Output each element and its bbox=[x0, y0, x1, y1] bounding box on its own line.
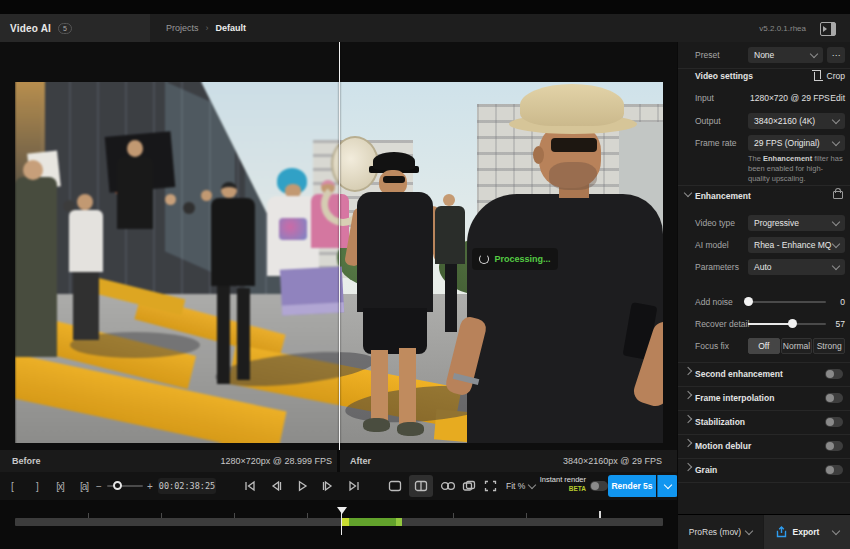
preset-more-button[interactable]: ⋯ bbox=[827, 47, 845, 63]
window-top-strip bbox=[0, 0, 850, 14]
trim-reset-button[interactable]: [x] bbox=[50, 472, 70, 500]
edit-input-button[interactable]: Edit bbox=[830, 89, 845, 107]
panel-toggle-icon[interactable] bbox=[820, 22, 836, 36]
frame-rate-row: Frame rate 29 FPS (Original) bbox=[678, 134, 850, 152]
after-label: After bbox=[350, 450, 371, 472]
video-settings-header: Video settings Crop bbox=[678, 67, 850, 85]
video-type-dropdown[interactable]: Progressive bbox=[748, 215, 845, 231]
preset-row: Preset None ⋯ bbox=[678, 46, 850, 64]
zoom-slider-knob[interactable] bbox=[113, 481, 122, 490]
preset-dropdown[interactable]: None bbox=[748, 47, 823, 63]
recover-detail-value: 57 bbox=[836, 315, 845, 333]
side-by-side-view-icon[interactable] bbox=[440, 480, 456, 492]
ai-model-dropdown[interactable]: Rhea - Enhance MQ bbox=[748, 237, 845, 253]
zoom-out-button[interactable]: − bbox=[93, 472, 105, 500]
export-bar: ProRes (mov) Export bbox=[678, 514, 850, 549]
video-viewer: Processing... bbox=[0, 42, 677, 450]
chevron-down-icon bbox=[832, 526, 840, 534]
section-grain[interactable]: Grain bbox=[678, 461, 850, 479]
chevron-down-icon bbox=[528, 480, 536, 488]
skip-end-icon[interactable] bbox=[347, 479, 361, 493]
chevron-right-icon bbox=[684, 415, 692, 423]
instant-render-toggle[interactable] bbox=[590, 481, 608, 491]
render-button[interactable]: Render 5s bbox=[608, 475, 656, 497]
add-noise-knob[interactable] bbox=[744, 297, 753, 306]
focus-fix-row: Focus fix Off Normal Strong bbox=[678, 337, 850, 355]
compare-view-icon[interactable] bbox=[462, 480, 476, 492]
export-button[interactable]: Export bbox=[764, 515, 850, 549]
section-stabilization[interactable]: Stabilization bbox=[678, 413, 850, 431]
fit-zoom-dropdown[interactable]: Fit % bbox=[506, 472, 535, 500]
chevron-down-icon bbox=[810, 50, 818, 58]
breadcrumb-current: Default bbox=[216, 23, 247, 33]
focus-fix-strong[interactable]: Strong bbox=[813, 338, 845, 354]
grain-toggle[interactable] bbox=[825, 465, 843, 475]
section-second-enhancement[interactable]: Second enhancement bbox=[678, 365, 850, 383]
frame-interpolation-toggle[interactable] bbox=[825, 393, 843, 403]
add-noise-value: 0 bbox=[840, 293, 845, 311]
chevron-down-icon bbox=[745, 526, 753, 534]
playhead-handle[interactable] bbox=[337, 507, 347, 514]
chevron-down-icon bbox=[664, 480, 672, 488]
chevron-down-icon bbox=[832, 218, 840, 226]
stabilization-toggle[interactable] bbox=[825, 417, 843, 427]
breadcrumb-projects[interactable]: Projects bbox=[166, 23, 199, 33]
loop-button[interactable]: [a] bbox=[74, 472, 94, 500]
output-dropdown[interactable]: 3840×2160 (4K) bbox=[748, 113, 845, 129]
breadcrumb-separator-icon: › bbox=[206, 23, 209, 33]
beta-badge: BETA bbox=[538, 485, 586, 493]
section-frame-interpolation[interactable]: Frame interpolation bbox=[678, 389, 850, 407]
split-view-icon bbox=[414, 480, 428, 492]
step-back-icon[interactable] bbox=[269, 479, 283, 493]
resolution-bar: Before 1280×720px @ 28.999 FPS After 384… bbox=[0, 450, 677, 472]
trim-in-button[interactable]: [ bbox=[4, 472, 20, 500]
timeline-rendered-segment bbox=[342, 518, 402, 526]
before-after-divider[interactable] bbox=[339, 42, 340, 450]
export-icon bbox=[776, 526, 787, 538]
playhead-line bbox=[341, 507, 342, 535]
parameters-row: Parameters Auto bbox=[678, 258, 850, 276]
crop-icon bbox=[814, 72, 823, 81]
spinner-icon bbox=[479, 254, 489, 264]
recover-detail-row: Recover detail 57 bbox=[678, 315, 850, 333]
input-row: Input 1280×720 @ 29 FPS Edit bbox=[678, 89, 850, 107]
recover-detail-knob[interactable] bbox=[788, 319, 797, 328]
frame-rate-dropdown[interactable]: 29 FPS (Original) bbox=[748, 135, 845, 151]
instant-render-label: Instant render BETA bbox=[538, 475, 586, 497]
skip-start-icon[interactable] bbox=[243, 479, 257, 493]
add-noise-row: Add noise 0 bbox=[678, 293, 850, 311]
section-motion-deblur[interactable]: Motion deblur bbox=[678, 437, 850, 455]
ai-model-row: AI model Rhea - Enhance MQ bbox=[678, 236, 850, 254]
second-enhancement-toggle[interactable] bbox=[825, 369, 843, 379]
app-title: Video AI bbox=[10, 23, 51, 34]
lock-icon[interactable] bbox=[833, 191, 843, 199]
enhancement-header[interactable]: Enhancement bbox=[678, 187, 850, 205]
crop-button[interactable]: Crop bbox=[814, 67, 845, 85]
playback-controls: [ ] [x] [a] − + 00:02:38:25 Fit % Instan… bbox=[0, 472, 677, 500]
split-view-button[interactable] bbox=[409, 475, 433, 497]
focus-fix-off[interactable]: Off bbox=[748, 338, 780, 354]
app-brand[interactable]: Video AI 5 bbox=[0, 14, 150, 42]
trim-out-button[interactable]: ] bbox=[29, 472, 45, 500]
motion-deblur-toggle[interactable] bbox=[825, 441, 843, 451]
before-label: Before bbox=[12, 450, 41, 472]
chevron-right-icon bbox=[684, 463, 692, 471]
step-forward-icon[interactable] bbox=[321, 479, 335, 493]
render-options-button[interactable] bbox=[657, 475, 678, 497]
before-region bbox=[15, 82, 339, 443]
zoom-in-button[interactable]: + bbox=[144, 472, 156, 500]
play-icon[interactable] bbox=[295, 479, 309, 493]
export-format-dropdown[interactable]: ProRes (mov) bbox=[678, 515, 763, 549]
single-view-icon[interactable] bbox=[388, 480, 402, 492]
chevron-right-icon bbox=[684, 367, 692, 375]
add-noise-slider[interactable] bbox=[748, 301, 826, 303]
processing-badge: Processing... bbox=[472, 248, 558, 270]
chevron-down-icon bbox=[832, 138, 840, 146]
chevron-down-icon bbox=[832, 116, 840, 124]
focus-fix-normal[interactable]: Normal bbox=[781, 338, 813, 354]
parameters-dropdown[interactable]: Auto bbox=[748, 259, 845, 275]
timeline[interactable] bbox=[0, 500, 677, 549]
fullscreen-icon[interactable] bbox=[484, 480, 497, 492]
after-resolution: 3840×2160px @ 29 FPS bbox=[563, 450, 662, 472]
timeline-track[interactable] bbox=[15, 518, 663, 526]
